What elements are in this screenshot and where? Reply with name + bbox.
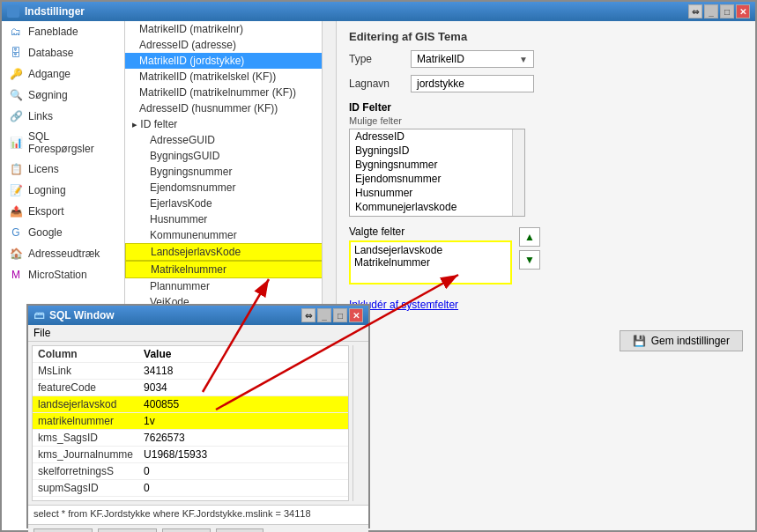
accept-button[interactable]: Accept <box>98 528 157 532</box>
cell-mslink-col: MsLink <box>33 363 138 380</box>
tree-item-matrikelid-jordstykke[interactable]: MatrikelID (jordstykke) <box>125 53 336 69</box>
id-felter-section: ID Felter Mulige felter AdresseID Bygnin… <box>349 101 743 284</box>
sidebar-item-adgange[interactable]: 🔑 Adgange <box>2 63 124 85</box>
move-down-button[interactable]: ▼ <box>519 250 540 270</box>
cell-kms-journalnumme-col: kms_Journalnumme <box>33 447 138 463</box>
restore-button[interactable]: ⇔ <box>688 4 702 18</box>
link-icon: 🔗 <box>9 109 23 123</box>
table-row-featurecode[interactable]: featureCode 9034 <box>33 380 348 396</box>
list-item-husnummer[interactable]: Husnummer <box>350 186 524 200</box>
sql-content: Column Value MsLink 34118 featureCode 90… <box>28 342 368 505</box>
valgte-item-landsejerlavskode[interactable]: Landsejerlavskode <box>354 244 507 256</box>
tree-item-kommunenummer[interactable]: Kommunenummer <box>125 227 336 243</box>
minimize-button[interactable]: _ <box>704 4 718 18</box>
cell-featurecode-val: 9034 <box>138 380 348 396</box>
sidebar-item-microstation[interactable]: M MicroStation <box>2 264 124 285</box>
sidebar-item-faneblade[interactable]: 🗂 Faneblade <box>2 21 124 42</box>
sidebar-item-links[interactable]: 🔗 Links <box>2 106 124 127</box>
tree-item-matrikelskel[interactable]: MatrikelID (matrikelskel (KF)) <box>125 69 336 85</box>
sidebar-label-adgange: Adgange <box>28 68 71 80</box>
next-button[interactable]: Next <box>162 528 211 532</box>
table-row-matrikelnummer[interactable]: matrikelnummer 1v <box>33 413 348 430</box>
tree-item-matrikelnummer[interactable]: Matrikelnummer <box>125 261 336 278</box>
valgte-felter-list[interactable]: Landsejerlavskode Matrikelnummer <box>349 240 512 284</box>
sql-close-button[interactable]: ✕ <box>349 308 363 322</box>
tree-item-matrikelid-matrikelnr[interactable]: MatrikelID (matrikelnr) <box>125 21 336 37</box>
stop-button[interactable]: Stop <box>216 528 264 532</box>
sql-results-scrollbar[interactable] <box>353 345 365 501</box>
dropdown-arrow-type: ▼ <box>519 55 528 64</box>
list-item-kommunejerlavskode[interactable]: Kommunejerlavskode <box>350 200 524 214</box>
sql-minimize-button[interactable]: _ <box>317 308 331 322</box>
gem-indstillinger-button[interactable]: 💾 Gem indstillinger <box>620 330 743 351</box>
valgte-item-matrikelnummer[interactable]: Matrikelnummer <box>354 256 507 269</box>
maximize-button[interactable]: □ <box>720 4 734 18</box>
sidebar-item-soegning[interactable]: 🔍 Søgning <box>2 85 124 106</box>
sidebar-item-adresseudtraek[interactable]: 🏠 Adresseudtræk <box>2 243 124 264</box>
submit-button[interactable]: Submit <box>33 528 93 532</box>
cell-mslink-val: 34118 <box>138 363 348 380</box>
sql-results-table[interactable]: Column Value MsLink 34118 featureCode 90… <box>32 345 349 501</box>
list-item-bygningsnummer[interactable]: Bygningsnummer <box>350 158 524 172</box>
cell-featurecode-col: featureCode <box>33 380 138 396</box>
table-row-kms-journalnumme[interactable]: kms_Journalnumme U1968/15933 <box>33 447 348 463</box>
log-icon: 📝 <box>9 183 23 197</box>
list-item-ejendomsnummer[interactable]: Ejendomsnummer <box>350 172 524 186</box>
move-up-button[interactable]: ▲ <box>519 227 540 247</box>
table-row-skelforretnings[interactable]: skelforretningsS 0 <box>33 463 348 480</box>
list-item-bygningsid[interactable]: BygningsID <box>350 144 524 158</box>
sql-restore-button[interactable]: ⇔ <box>301 308 315 322</box>
mulige-felter-scrollbar[interactable] <box>512 129 524 216</box>
sql-maximize-button[interactable]: □ <box>333 308 347 322</box>
sidebar-label-sql: SQL Forespørgsler <box>28 130 117 155</box>
cell-landsejerlavskod-val: 400855 <box>138 396 348 413</box>
lagnavn-input[interactable]: jordstykke <box>411 75 534 92</box>
list-item-adresseid[interactable]: AdresseID <box>350 129 524 144</box>
type-row: Type MatrikelID ▼ <box>349 50 743 68</box>
sql-query-bar: select * from KF.Jordstykke where KF.Jor… <box>28 505 368 524</box>
system-felter-container: Inkludér af systemfelter <box>349 292 743 311</box>
tree-item-landsejerlavskode[interactable]: LandsejerlavsKode <box>125 243 336 261</box>
right-panel: Editering af GIS Tema Type MatrikelID ▼ … <box>337 21 755 530</box>
sql-menu-file[interactable]: File <box>33 327 50 339</box>
col-value-header: Value <box>138 346 348 363</box>
cell-kms-sagsid-val: 7626573 <box>138 430 348 447</box>
table-row-kms-sagsid[interactable]: kms_SagsID 7626573 <box>33 430 348 447</box>
sql-menu-bar: File <box>28 325 368 342</box>
table-row-landsejerlavskod[interactable]: landsejerlavskod 400855 <box>33 396 348 413</box>
table-row-supmsagsid[interactable]: supmSagsID 0 <box>33 480 348 497</box>
cell-skelforretnings-col: skelforretningsS <box>33 463 138 480</box>
sidebar-item-database[interactable]: 🗄 Database <box>2 42 124 63</box>
tree-item-adresseid-husnummer[interactable]: AdresseID (husnummer (KF)) <box>125 100 336 116</box>
table-row: Column Value <box>33 346 348 363</box>
sidebar-label-adresseudtraek: Adresseudtræk <box>28 248 100 260</box>
col-column-header: Column <box>33 346 138 363</box>
tree-item-ejerlavskode[interactable]: EjerlavsKode <box>125 196 336 211</box>
tree-item-plannummer[interactable]: Plannummer <box>125 278 336 294</box>
tree-item-adresseid[interactable]: AdresseID (adresse) <box>125 37 336 53</box>
tree-item-bygningsguid[interactable]: BygningsGUID <box>125 148 336 164</box>
tree-item-matrikelnummer-kf[interactable]: MatrikelID (matrikelnummer (KF)) <box>125 85 336 100</box>
tree-item-husnummer[interactable]: Husnummer <box>125 211 336 227</box>
close-button[interactable]: ✕ <box>736 4 750 18</box>
lagnavn-value: jordstykke <box>417 78 464 90</box>
type-dropdown[interactable]: MatrikelID ▼ <box>411 50 534 68</box>
tree-item-bygningsnummer[interactable]: Bygningsnummer <box>125 164 336 180</box>
tree-item-adresseguid[interactable]: AdresseGUID <box>125 132 336 148</box>
sidebar-item-google[interactable]: G Google <box>2 222 124 243</box>
sidebar-item-logning[interactable]: 📝 Logning <box>2 180 124 201</box>
mulige-felter-list[interactable]: AdresseID BygningsID Bygningsnummer Ejen… <box>349 129 525 217</box>
type-value: MatrikelID <box>417 53 464 65</box>
sidebar-item-eksport[interactable]: 📤 Eksport <box>2 201 124 222</box>
table-row-mslink[interactable]: MsLink 34118 <box>33 363 348 380</box>
valgte-felter-label: Valgte felter <box>349 225 512 238</box>
sidebar-label-google: Google <box>28 226 63 239</box>
key-icon: 🔑 <box>9 67 23 81</box>
tree-group-id-felter[interactable]: ▸ ID felter <box>125 116 336 132</box>
cell-supmsagsid-val: 0 <box>138 480 348 497</box>
sidebar-label-licens: Licens <box>28 163 59 175</box>
sidebar-item-sql[interactable]: 📊 SQL Forespørgsler <box>2 127 124 159</box>
sidebar-item-licens[interactable]: 📋 Licens <box>2 159 124 180</box>
tree-item-ejendomsnummer[interactable]: Ejendomsnummer <box>125 180 336 196</box>
sql-window: 🗃 SQL Window ⇔ _ □ ✕ File Column Value M… <box>26 304 370 528</box>
